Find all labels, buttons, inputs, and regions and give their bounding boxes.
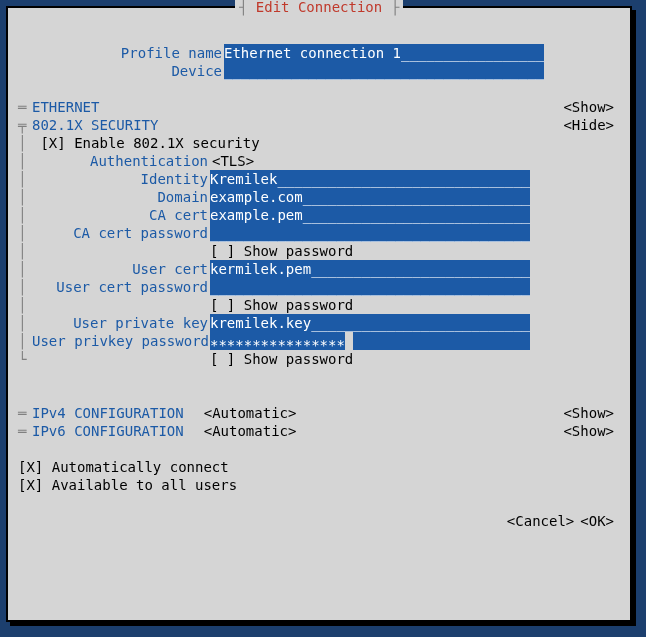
domain-input[interactable]: example.com_____________________________… — [210, 188, 530, 206]
profile-name-label: Profile name — [32, 44, 224, 62]
tree-marker: ═ — [18, 98, 32, 116]
auto-connect-checkbox[interactable]: [X] Automatically connect — [18, 458, 229, 476]
ipv6-mode-select[interactable]: <Automatic> — [184, 422, 297, 440]
device-label: Device — [32, 62, 224, 80]
tree-marker: ═ — [18, 404, 32, 422]
user-cert-label: User cert — [32, 260, 210, 278]
user-key-pw-input[interactable]: ****************________________________… — [210, 332, 530, 350]
device-input[interactable]: ________________________________________ — [224, 62, 544, 80]
tree-marker: ═ — [18, 422, 32, 440]
ethernet-toggle[interactable]: <Show> — [563, 98, 620, 116]
tree-marker: ╤ — [18, 116, 32, 134]
identity-label: Identity — [32, 170, 210, 188]
dialog-window: ┤ Edit Connection ├ Profile name Etherne… — [6, 6, 632, 622]
dialog-title: ┤ Edit Connection ├ — [235, 0, 403, 16]
cancel-button[interactable]: <Cancel> — [501, 512, 574, 530]
domain-label: Domain — [32, 188, 210, 206]
tree-corner: └ — [18, 350, 32, 368]
user-cert-pw-label: User cert password — [32, 278, 210, 296]
auth-select[interactable]: <TLS> — [210, 152, 254, 170]
all-users-checkbox[interactable]: [X] Available to all users — [18, 476, 237, 494]
profile-name-input[interactable]: Ethernet connection 1___________________… — [224, 44, 544, 62]
ok-button[interactable]: <OK> — [574, 512, 614, 530]
text-cursor — [345, 332, 353, 350]
auth-label: Authentication — [32, 152, 210, 170]
enable-8021x-checkbox[interactable]: [X] Enable 802.1X security — [32, 134, 260, 152]
show-user-key-pw-checkbox[interactable]: [ ] Show password — [210, 350, 353, 368]
ca-cert-pw-input[interactable]: ________________________________________ — [210, 224, 530, 242]
user-key-input[interactable]: kremilek.key____________________________… — [210, 314, 530, 332]
identity-input[interactable]: Kremilek________________________________… — [210, 170, 530, 188]
ethernet-section-label: ETHERNET — [32, 98, 99, 116]
show-ca-pw-checkbox[interactable]: [ ] Show password — [210, 242, 353, 260]
ipv4-toggle[interactable]: <Show> — [563, 404, 620, 422]
ipv6-toggle[interactable]: <Show> — [563, 422, 620, 440]
user-cert-input[interactable]: kermilek.pem____________________________… — [210, 260, 530, 278]
user-key-pw-label: User privkey password — [32, 332, 210, 350]
ca-cert-pw-label: CA cert password — [32, 224, 210, 242]
ca-cert-label: CA cert — [32, 206, 210, 224]
user-key-label: User private key — [32, 314, 210, 332]
secx-section-label: 802.1X SECURITY — [32, 116, 158, 134]
ipv6-section-label: IPv6 CONFIGURATION — [32, 422, 184, 440]
user-cert-pw-input[interactable]: ________________________________________ — [210, 278, 530, 296]
ipv4-mode-select[interactable]: <Automatic> — [184, 404, 297, 422]
show-user-cert-pw-checkbox[interactable]: [ ] Show password — [210, 296, 353, 314]
secx-toggle[interactable]: <Hide> — [563, 116, 620, 134]
ipv4-section-label: IPv4 CONFIGURATION — [32, 404, 184, 422]
ca-cert-input[interactable]: example.pem_____________________________… — [210, 206, 530, 224]
